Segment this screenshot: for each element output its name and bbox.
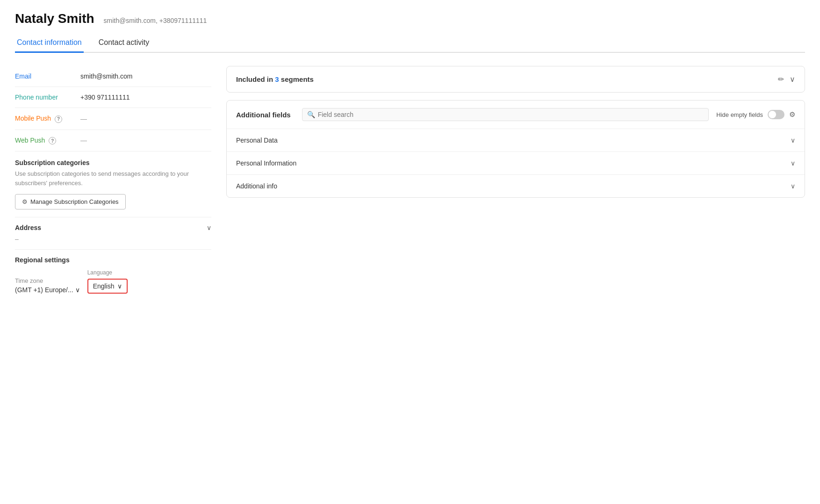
contact-name: Nataly Smith [15,11,94,26]
additional-fields-header: Additional fields 🔍 Hide empty fields ⚙ [227,101,805,129]
manage-subscription-label: Manage Subscription Categories [30,198,119,205]
tab-contact-information[interactable]: Contact information [15,34,84,53]
hide-empty-toggle[interactable] [768,110,784,119]
email-label: Email [15,72,80,80]
manage-subscription-button[interactable]: ⚙ Manage Subscription Categories [15,194,126,209]
main-layout: Email smith@smith.com Phone number +390 … [15,66,805,300]
address-header[interactable]: Address ∨ [15,224,211,231]
language-chevron-icon: ∨ [117,282,122,290]
additional-info-label: Additional info [236,182,277,190]
language-label: Language [87,269,128,276]
mobile-push-field-row: Mobile Push ? — [15,108,211,130]
hide-empty-section: Hide empty fields ⚙ [716,110,795,119]
search-icon: 🔍 [307,111,315,118]
regional-row: Time zone (GMT +1) Europe/... ∨ Language… [15,269,211,294]
phone-field-row: Phone number +390 971111111 [15,87,211,108]
personal-data-row[interactable]: Personal Data ∨ [227,129,805,152]
phone-label: Phone number [15,94,80,101]
tab-contact-activity[interactable]: Contact activity [97,34,151,53]
timezone-value: (GMT +1) Europe/... [15,286,73,294]
segments-chevron-icon[interactable]: ∨ [790,75,795,84]
additional-fields-card: Additional fields 🔍 Hide empty fields ⚙ … [226,100,805,198]
segments-actions: ✏ ∨ [778,75,795,84]
hide-empty-label: Hide empty fields [716,111,763,118]
segments-label-prefix: Included in [236,75,273,83]
address-value: – [15,235,211,243]
timezone-dropdown[interactable]: (GMT +1) Europe/... ∨ [15,286,80,294]
timezone-field: Time zone (GMT +1) Europe/... ∨ [15,277,80,294]
field-search-wrapper: 🔍 [302,108,709,121]
timezone-chevron-icon: ∨ [75,286,80,294]
contact-meta: smith@smith.com, +380971111111 [104,17,207,24]
regional-section: Regional settings Time zone (GMT +1) Eur… [15,250,211,300]
segments-title: Included in 3 segments [236,75,314,83]
subscription-section: Subscription categories Use subscription… [15,151,211,217]
tabs-row: Contact information Contact activity [15,34,805,53]
personal-data-label: Personal Data [236,137,278,144]
mobile-push-help-icon[interactable]: ? [55,115,62,123]
segments-label-suffix: segments [281,75,314,83]
web-push-label: Web Push ? [15,137,80,145]
web-push-value: — [80,137,211,144]
address-chevron-icon: ∨ [207,224,211,231]
address-section: Address ∨ – [15,217,211,250]
manage-subscription-gear-icon: ⚙ [22,198,28,205]
mobile-push-label: Mobile Push ? [15,115,80,123]
language-select[interactable]: English ∨ [87,279,128,294]
additional-fields-title: Additional fields [236,111,291,119]
additional-info-chevron-icon: ∨ [791,182,795,190]
personal-information-chevron-icon: ∨ [791,159,795,167]
segments-card: Included in 3 segments ✏ ∨ [226,66,805,93]
additional-info-row[interactable]: Additional info ∨ [227,175,805,197]
email-value: smith@smith.com [80,72,211,80]
left-column: Email smith@smith.com Phone number +390 … [15,66,211,300]
field-search-input[interactable] [318,111,704,118]
page-container: Nataly Smith smith@smith.com, +380971111… [0,0,820,504]
address-title: Address [15,224,41,231]
header-section: Nataly Smith smith@smith.com, +380971111… [15,11,805,53]
segments-count: 3 [275,75,279,83]
segments-edit-icon[interactable]: ✏ [778,75,784,84]
personal-information-label: Personal Information [236,159,296,167]
right-column: Included in 3 segments ✏ ∨ Additional fi… [226,66,805,300]
regional-title: Regional settings [15,256,211,264]
personal-data-chevron-icon: ∨ [791,137,795,144]
timezone-label: Time zone [15,277,80,284]
phone-value: +390 971111111 [80,94,211,101]
subscription-description: Use subscription categories to send mess… [15,169,211,187]
personal-information-row[interactable]: Personal Information ∨ [227,152,805,175]
language-field: Language English ∨ [87,269,128,294]
web-push-help-icon[interactable]: ? [49,137,56,144]
mobile-push-value: — [80,115,211,122]
web-push-field-row: Web Push ? — [15,130,211,152]
additional-fields-settings-icon[interactable]: ⚙ [789,110,795,119]
contact-header-row: Nataly Smith smith@smith.com, +380971111… [15,11,805,26]
email-field-row: Email smith@smith.com [15,66,211,87]
subscription-title: Subscription categories [15,159,211,166]
language-value: English [93,282,115,290]
